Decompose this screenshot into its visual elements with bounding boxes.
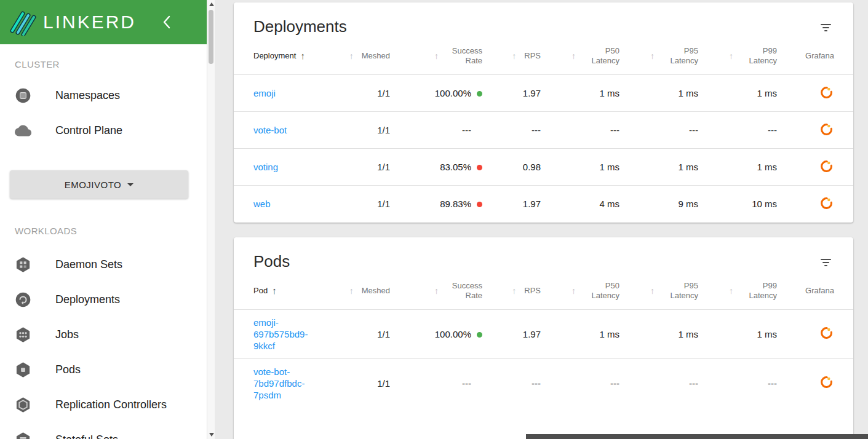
deployment-link[interactable]: voting <box>253 161 278 173</box>
pod-link[interactable]: vote-bot-7bd97dfbdc-7psdm <box>253 366 317 401</box>
sidebar-collapse-button[interactable] <box>159 14 175 30</box>
sidebar-item-replication-controllers[interactable]: Replication Controllers <box>0 387 207 422</box>
status-dot <box>477 332 482 338</box>
sidebar-item-pods[interactable]: Pods <box>0 352 207 387</box>
p95-cell: --- <box>629 112 708 149</box>
chevron-left-icon <box>162 15 172 29</box>
rps-cell: 1.97 <box>492 75 551 112</box>
success-rate-cell: 89.83% <box>400 186 492 223</box>
sidebar-item-jobs[interactable]: Jobs <box>0 317 207 352</box>
deployments-card: Deployments Deployment↑ ↑Meshed ↑Success… <box>234 2 853 223</box>
column-header-p95[interactable]: ↑P95 Latency <box>629 40 708 75</box>
grafana-link[interactable] <box>821 87 832 98</box>
grafana-cell <box>787 75 853 112</box>
p50-cell: --- <box>551 112 629 149</box>
scroll-up-arrow-icon[interactable] <box>209 2 214 6</box>
grafana-link[interactable] <box>821 197 832 209</box>
meshed-cell: 1/1 <box>344 112 400 149</box>
replication-controllers-icon <box>15 397 31 413</box>
workloads-section-label: WORKLOADS <box>15 226 207 236</box>
grafana-link[interactable] <box>821 124 832 135</box>
sidebar-item-daemon-sets[interactable]: Daemon Sets <box>0 247 207 282</box>
app-title[interactable]: LINKERD <box>43 12 136 33</box>
grafana-cell <box>787 112 853 149</box>
sort-icon: ↑ <box>729 51 733 61</box>
sidebar-item-namespaces[interactable]: Namespaces <box>0 78 207 113</box>
table-row: emoji-697b575bd9-9kkcf 1/1 100.00% 1.97 … <box>234 309 853 358</box>
success-rate-cell: 100.00% <box>400 309 492 358</box>
sidebar-item-stateful-sets[interactable]: Stateful Sets <box>0 422 207 439</box>
column-header-success-rate[interactable]: ↑Success Rate <box>400 40 492 75</box>
sort-icon: ↑ <box>434 51 439 61</box>
sidebar-item-label: Control Plane <box>55 124 122 137</box>
column-header-p50[interactable]: ↑P50 Latency <box>551 275 629 310</box>
deployments-icon <box>15 291 31 308</box>
sidebar-item-label: Deployments <box>55 293 120 306</box>
p99-cell: 1 ms <box>708 149 787 186</box>
sidebar-item-deployments[interactable]: Deployments <box>0 282 207 317</box>
scrollbar-thumb[interactable] <box>209 10 213 64</box>
grafana-cell <box>787 149 853 186</box>
filter-button[interactable] <box>819 257 832 268</box>
column-header-pod[interactable]: Pod↑ <box>234 275 344 310</box>
grafana-icon <box>821 376 832 388</box>
sidebar-item-label: Pods <box>55 363 81 376</box>
grafana-cell <box>787 309 853 358</box>
column-header-p50[interactable]: ↑P50 Latency <box>551 40 629 75</box>
daemon-sets-icon <box>15 256 31 273</box>
grafana-link[interactable] <box>821 327 832 339</box>
horizontal-scrollbar-thumb[interactable] <box>526 434 868 439</box>
scroll-down-arrow-icon[interactable] <box>209 433 214 437</box>
deployment-name-cell: voting <box>234 149 344 186</box>
status-dot <box>477 165 482 170</box>
p99-cell: --- <box>708 358 787 408</box>
sort-icon: ↑ <box>512 51 516 61</box>
column-header-meshed[interactable]: ↑Meshed <box>344 40 400 75</box>
deployment-name-cell: vote-bot <box>234 112 344 149</box>
column-header-p99[interactable]: ↑P99 Latency <box>708 275 787 310</box>
p99-cell: --- <box>708 112 787 149</box>
success-rate-cell: --- <box>400 112 492 149</box>
rps-cell: --- <box>492 358 551 408</box>
column-header-rps[interactable]: ↑RPS <box>492 40 551 75</box>
stateful-sets-icon <box>15 432 31 439</box>
sort-icon: ↑ <box>512 286 516 296</box>
grafana-icon <box>821 124 832 135</box>
pod-name-cell: emoji-697b575bd9-9kkcf <box>234 309 344 358</box>
column-header-deployment[interactable]: Deployment↑ <box>234 40 344 75</box>
pod-link[interactable]: emoji-697b575bd9-9kkcf <box>253 317 317 352</box>
deployment-link[interactable]: web <box>253 198 271 210</box>
grafana-cell <box>787 186 853 223</box>
column-header-rps[interactable]: ↑RPS <box>492 275 551 310</box>
pods-card: Pods Pod↑ ↑Meshed ↑Success Rate ↑RPS <box>234 237 853 439</box>
deployment-link[interactable]: emoji <box>253 87 276 99</box>
sidebar-item-control-plane[interactable]: Control Plane <box>0 113 207 148</box>
caret-down-icon <box>127 183 133 186</box>
p95-cell: 1 ms <box>629 75 708 112</box>
column-header-p95[interactable]: ↑P95 Latency <box>629 275 708 310</box>
rps-cell: 0.98 <box>492 149 551 186</box>
linkerd-logo-icon <box>6 9 38 36</box>
column-header-p99[interactable]: ↑P99 Latency <box>708 40 787 75</box>
p99-cell: 1 ms <box>708 309 787 358</box>
sort-icon: ↑ <box>349 51 354 61</box>
filter-button[interactable] <box>819 22 832 33</box>
column-header-grafana: Grafana <box>787 275 853 310</box>
p95-cell: 9 ms <box>629 186 708 223</box>
deployment-link[interactable]: vote-bot <box>253 124 287 136</box>
table-row: web 1/1 89.83% 1.97 4 ms 9 ms 10 ms <box>234 186 853 223</box>
namespace-selector-button[interactable]: EMOJIVOTO <box>10 170 188 199</box>
meshed-cell: 1/1 <box>344 149 400 186</box>
sort-icon: ↑ <box>434 286 439 296</box>
p95-cell: --- <box>629 358 708 408</box>
sidebar-item-label: Namespaces <box>55 89 120 102</box>
meshed-cell: 1/1 <box>344 186 400 223</box>
grafana-link[interactable] <box>821 160 832 172</box>
grafana-link[interactable] <box>821 376 832 388</box>
column-header-success-rate[interactable]: ↑Success Rate <box>400 275 492 310</box>
status-dot <box>477 202 482 207</box>
sort-asc-icon: ↑ <box>300 51 305 61</box>
column-header-meshed[interactable]: ↑Meshed <box>344 275 400 310</box>
grafana-icon <box>821 160 832 172</box>
column-header-grafana: Grafana <box>787 40 853 75</box>
